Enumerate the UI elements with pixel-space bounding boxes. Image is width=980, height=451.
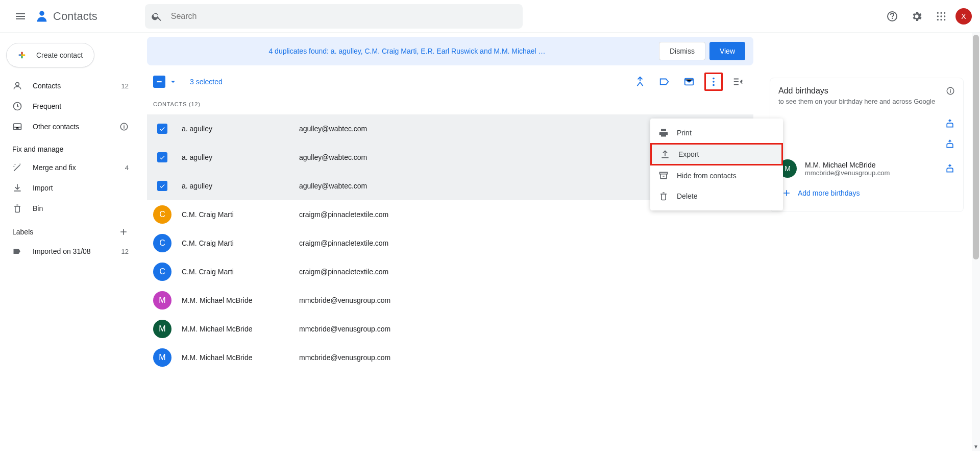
contact-email: agulley@wabtec.com [299,153,367,161]
cake-icon[interactable] [945,163,955,174]
cake-icon[interactable] [945,118,955,129]
chevron-down-icon [168,77,178,86]
svg-point-18 [713,81,715,83]
contact-email: craigm@pinnacletextile.com [299,210,388,219]
merge-action[interactable] [631,73,649,91]
selected-count-text: 3 selected [190,78,223,86]
svg-point-8 [937,19,939,20]
birthday-suggestion-row[interactable] [778,134,955,154]
contact-avatar: M [153,320,172,338]
svg-point-19 [713,84,715,86]
scroll-thumb[interactable] [973,35,979,259]
banner-text: 4 duplicates found: a. agulley, C.M. Cra… [155,47,659,55]
sidebar-item-contacts[interactable]: Contacts 12 [0,76,137,96]
contact-row[interactable]: MM.M. Michael McBridemmcbride@venusgroup… [147,286,753,315]
sidebar-item-label: Bin [33,204,129,212]
menu-item-label: Delete [677,192,697,200]
contact-name: a. agulley [182,153,299,161]
contact-name: a. agulley [182,125,299,133]
merge-icon [634,76,646,87]
label-action[interactable] [655,73,674,91]
contact-email: mmcbride@venusgroup.com [299,353,390,362]
birthday-suggestion-row[interactable] [778,113,955,134]
birthday-card: Add birthdays to see them on your birthd… [770,78,964,212]
contact-name: M.M. Michael McBride [182,296,299,304]
create-contact-button[interactable]: Create contact [6,43,94,67]
contact-row[interactable]: MM.M. Michael McBridemmcbride@venusgroup… [147,315,753,343]
selection-dropdown[interactable] [168,77,178,86]
menu-item-label: Hide from contacts [677,172,737,180]
side-panel: Add birthdays to see them on your birthd… [762,37,972,372]
sidebar-item-other-contacts[interactable]: Other contacts [0,116,137,137]
contact-row[interactable]: CC.M. Craig Marticraigm@pinnacletextile.… [147,257,753,286]
mail-icon [683,76,695,87]
apps-button[interactable] [931,6,951,27]
sidebar-item-merge-and-fix[interactable]: Merge and fix 4 [0,157,137,178]
scroll-down-arrow[interactable]: ▼ [973,444,979,450]
contact-avatar: C [153,205,172,224]
more-actions-button[interactable] [704,73,723,91]
add-label-button[interactable] [118,227,129,237]
contact-email: craigm@pinnacletextile.com [299,239,388,247]
sidebar-item-frequent[interactable]: Frequent [0,96,137,116]
sidebar-label-item[interactable]: Imported on 31/08 12 [0,241,137,262]
user-icon [12,81,22,91]
header-left: Contacts [8,4,145,29]
add-more-birthdays[interactable]: Add more birthdays [778,183,955,203]
search-container [145,4,523,29]
trash-icon [658,191,669,201]
contact-name: a. agulley [182,182,299,190]
select-all-checkbox[interactable] [153,76,165,88]
birthday-suggestion-row[interactable]: M M.M. Michael McBride mmcbride@venusgro… [778,154,955,183]
contact-email: mmcbride@venusgroup.com [299,325,390,333]
scrollbar[interactable]: ▼ [972,33,980,451]
menu-item-label: Export [678,150,699,158]
clock-icon [12,101,22,111]
contact-name: M.M. Michael McBride [182,325,299,333]
help-button[interactable] [882,6,902,27]
row-checkbox[interactable] [153,181,172,191]
search-input[interactable] [171,12,517,21]
sidebar-item-import[interactable]: Import [0,178,137,198]
svg-point-0 [39,11,44,15]
menu-item-hide[interactable]: Hide from contacts [650,165,783,186]
contact-name: M.M. Michael McBride [182,353,299,362]
row-checkbox[interactable] [153,152,172,162]
menu-item-print[interactable]: Print [650,123,783,143]
search-box[interactable] [145,4,523,29]
check-icon [159,182,166,189]
menu-item-export[interactable]: Export [650,143,783,165]
sidebar-item-label: Import [33,184,129,192]
view-button[interactable]: View [709,42,745,60]
row-checkbox[interactable] [153,124,172,134]
card-subtitle: to see them on your birthday here and ac… [778,98,955,105]
menu-item-delete[interactable]: Delete [650,186,783,206]
sidebar-item-label: Merge and fix [33,163,125,172]
contact-email: mmcbride@venusgroup.com [299,296,390,304]
email-action[interactable] [680,73,698,91]
main-menu-button[interactable] [8,4,33,29]
svg-point-7 [944,15,945,17]
cake-icon[interactable] [945,139,955,149]
section-labels-header: Labels [0,219,137,241]
contact-email: agulley@wabtec.com [299,125,367,133]
dismiss-button[interactable]: Dismiss [659,42,705,60]
contact-row[interactable]: CC.M. Craig Marticraigm@pinnacletextile.… [147,229,753,257]
indeterminate-icon [156,78,163,85]
app-logo[interactable]: Contacts [35,9,97,23]
sidebar-item-count: 4 [125,164,129,172]
more-actions-menu: Print Export Hide from contacts Delete [650,118,783,210]
contact-row[interactable]: MM.M. Michael McBridemmcbride@venusgroup… [147,343,753,372]
label-icon [12,246,22,256]
contact-name: M.M. Michael McBride [805,161,937,169]
info-icon[interactable] [946,86,955,96]
duplicates-banner: 4 duplicates found: a. agulley, C.M. Cra… [147,37,753,65]
side-panel-toggle[interactable] [729,73,747,91]
header-bar: Contacts X [0,0,980,33]
settings-button[interactable] [906,6,927,27]
card-title: Add birthdays [778,86,955,96]
sidebar-item-bin[interactable]: Bin [0,198,137,219]
account-avatar[interactable]: X [955,8,972,25]
info-icon[interactable] [119,122,129,131]
svg-point-9 [940,19,942,20]
